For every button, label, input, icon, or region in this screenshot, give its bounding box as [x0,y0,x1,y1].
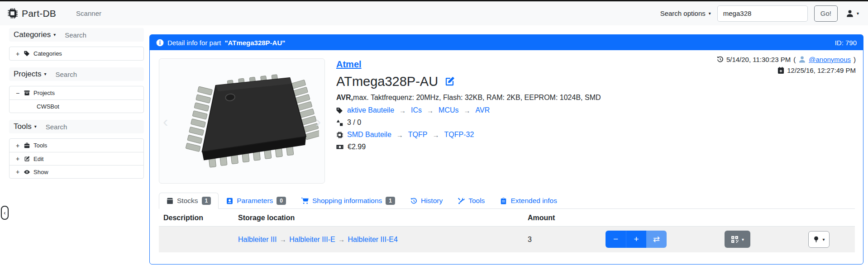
category-link[interactable]: AVR [476,106,490,114]
caret-down-icon: ▾ [742,237,744,242]
storage-location-link[interactable]: Halbleiter III-E [289,236,335,243]
calendar-plus-icon [777,67,784,74]
add-stock-button[interactable]: + [626,231,646,248]
expand-icon[interactable]: + [15,50,20,57]
column-header-amount: Amount [528,214,600,222]
footprint-link[interactable]: TQFP [408,131,428,139]
tree-item-categories[interactable]: + Categories [10,47,143,60]
quantity-button-group: − + ⇄ [606,231,667,248]
navbar: Part-DB Scanner Search options ▾ Go! ▾ [0,1,868,25]
categories-dropdown[interactable]: Categories ▾ [14,30,56,39]
projects-search-input[interactable] [55,71,114,78]
search-input[interactable] [717,5,808,22]
microchip-icon [336,132,343,138]
categories-search-input[interactable] [65,31,124,39]
tools-panel-header: Tools ▾ [9,120,144,133]
user-avatar-icon [798,56,806,63]
part-image-carousel[interactable]: ‹ › [159,58,325,184]
withdraw-stock-button[interactable]: − [606,231,626,248]
price-row: €2.99 [336,143,680,151]
category-link[interactable]: ICs [411,106,422,114]
tab-history[interactable]: History [403,193,450,209]
tree-item-label: Edit [33,156,43,162]
part-title: ATmega328P-AU [336,74,438,89]
paren-close: ) [854,56,856,63]
user-link[interactable]: @anonymous [809,56,851,63]
category-link[interactable]: MCUs [439,106,458,114]
edit-part-icon[interactable] [444,76,455,87]
user-menu-dropdown[interactable]: ▾ [844,9,861,18]
arrow-icon: → [337,236,346,243]
carousel-prev-icon[interactable]: ‹ [163,112,168,130]
tab-shopping-informations[interactable]: Shopping informations 1 [294,193,403,209]
tools-tree: + Tools + Edit + Show [9,138,144,179]
manufacturer-link[interactable]: Atmel [336,59,362,70]
last-modified-value: 5/14/20, 11:30:23 PM [726,56,791,63]
footprint-row: SMD Bauteile → TQFP → TQFP-32 [336,131,680,139]
part-detail-header: Detail info for part "ATmega328P-AU" ID:… [150,35,863,50]
sidebar: Categories ▾ + Categories Projects ▾ − P… [9,28,144,185]
storage-location-link[interactable]: Halbleiter III [238,236,277,243]
category-link[interactable]: aktive Bauteile [347,106,394,114]
column-header-storage-location: Storage location [238,214,528,222]
label-generator-dropdown[interactable]: ▾ [725,231,750,248]
search-options-label: Search options [660,9,706,17]
tree-item-show[interactable]: + Show [10,165,143,178]
collapse-icon[interactable]: − [15,90,20,97]
part-description: AVR,max. Taktfrequenz: 20MHz, Flash: 32K… [336,94,680,102]
tab-badge: 1 [386,197,395,205]
brand-home-link[interactable]: Part-DB [7,8,56,19]
search-options-dropdown[interactable]: Search options ▾ [660,9,711,17]
stock-table: Description Storage location Amount Halb… [159,209,855,252]
eye-icon [24,169,30,175]
created-value: 12/25/16, 12:27:49 PM [787,66,856,74]
caret-down-icon: ▾ [44,72,46,76]
parameters-icon [226,198,233,204]
projects-title: Projects [14,70,41,79]
table-header-row: Description Storage location Amount [159,209,855,227]
tab-parameters[interactable]: Parameters 0 [219,193,294,209]
tab-label: Extended infos [510,197,557,205]
history-icon [410,198,417,204]
tab-stocks[interactable]: Stocks 1 [159,193,219,209]
projects-tree: − Projects CWSBot [9,86,144,113]
go-button[interactable]: Go! [814,5,838,22]
move-stock-button[interactable]: ⇄ [646,231,667,248]
tools-search-input[interactable] [46,123,105,131]
part-info: Atmel ATmega328P-AU AVR,max. Taktfrequen… [336,59,680,155]
tab-extended-infos[interactable]: Extended infos [492,193,565,209]
expand-icon[interactable]: + [15,142,20,149]
expand-icon[interactable]: + [15,168,20,175]
projects-dropdown[interactable]: Projects ▾ [14,70,46,79]
nav-item-scanner[interactable]: Scanner [76,9,101,17]
tree-item-tools[interactable]: + Tools [10,139,143,152]
tab-badge: 0 [277,197,286,205]
tree-item-edit[interactable]: + Edit [10,152,143,165]
tree-item-cwsbot[interactable]: CWSBot [10,99,143,113]
arrow-icon: → [432,131,440,139]
footprint-link[interactable]: TQFP-32 [444,131,474,139]
price-value: €2.99 [348,143,366,151]
tab-tools[interactable]: Tools [450,193,492,209]
arrow-icon: → [398,107,407,114]
shapes-icon [336,119,343,126]
expand-icon[interactable]: + [15,155,20,162]
storage-location-link[interactable]: Halbleiter III-E4 [348,236,398,243]
table-row: Halbleiter III → Halbleiter III-E → Halb… [159,227,855,252]
carousel-next-icon[interactable]: › [316,112,321,130]
sidebar-collapse-button[interactable]: ‹ [1,206,9,220]
footprint-link[interactable]: SMD Bauteile [347,131,391,139]
tree-item-projects[interactable]: − Projects [10,86,143,99]
locate-dropdown[interactable]: ▾ [808,231,830,248]
microchip-icon [7,8,18,19]
tools-dropdown[interactable]: Tools ▾ [14,122,37,131]
clipboard-icon [500,198,507,204]
created-line: 12/25/16, 12:27:49 PM [717,66,856,74]
arrow-icon: → [426,107,434,114]
part-id-label: ID: 790 [835,39,857,47]
categories-title: Categories [14,30,51,39]
caret-down-icon: ▾ [34,124,37,129]
part-detail-card: Detail info for part "ATmega328P-AU" ID:… [149,34,863,265]
brand-title: Part-DB [22,8,56,19]
stock-amount: 3 / 0 [347,118,361,127]
